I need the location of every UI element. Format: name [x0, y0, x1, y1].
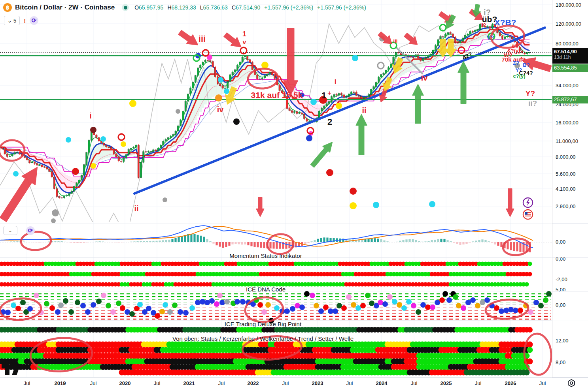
price-axis-label: 5,00 — [556, 287, 565, 293]
refresh-icon[interactable]: ⟳ — [30, 16, 38, 25]
symbol-title[interactable]: Bitcoin / Dollar · 2W · Coinbase — [15, 4, 115, 11]
close-value: 67.514,90 — [236, 4, 260, 11]
change-value-2: +1.557,96 (+2,36%) — [317, 4, 366, 11]
macd-panel-header: ⌄ ⟳ — [3, 226, 35, 235]
chart-annotation: v — [243, 39, 246, 45]
macd-refresh-icon[interactable]: ⟳ — [26, 226, 35, 235]
time-axis-label[interactable]: Jul — [24, 380, 30, 386]
bar-countdown: 13d 11h — [554, 54, 588, 60]
last-price-box: 67.514,90 13d 11h — [552, 48, 588, 64]
chevron-down-icon: ⌄ — [8, 228, 12, 233]
chart-annotation: 42? — [461, 51, 473, 61]
tradingview-logo[interactable] — [1, 362, 23, 378]
panel-divider — [552, 223, 588, 224]
interval-value: 5 — [13, 18, 16, 24]
time-axis-label[interactable]: Jul — [411, 380, 418, 386]
chart-annotation: c?(y) — [513, 73, 525, 79]
time-axis-label[interactable]: 2020 — [119, 380, 131, 386]
price-axis-label: -2,00 — [556, 276, 567, 282]
price-axis[interactable]: 67.514,90 13d 11h 63.554,85 25.872,67 18… — [552, 0, 588, 389]
time-axis-label[interactable]: 2024 — [376, 380, 388, 386]
lightning-bolt-icon[interactable] — [522, 197, 533, 208]
time-axis-label[interactable]: 2022 — [248, 380, 259, 386]
macd-collapse-button[interactable]: ⌄ — [3, 226, 17, 235]
chart-annotation: i — [335, 78, 337, 85]
settings-gear-icon[interactable] — [565, 378, 577, 389]
legend-panel-title: Von oben: Status / Kerzenfarbe / Wolkenf… — [172, 335, 354, 342]
chart-annotation: B? — [523, 62, 529, 68]
time-axis-label[interactable]: 2026 — [505, 380, 516, 386]
chart-annotation: 1 — [321, 90, 326, 100]
interval-dropdown[interactable]: ⌄ 5 — [4, 16, 20, 25]
price-axis-label: 180.000,00 — [556, 2, 581, 8]
time-axis-label[interactable]: 2019 — [55, 380, 66, 386]
us-flag-icon[interactable] — [522, 209, 533, 220]
time-axis-label[interactable]: Jul — [346, 380, 353, 386]
chart-annotation: V? — [486, 34, 494, 41]
change-value: +1.557,96 (+2,36%) — [264, 4, 313, 11]
time-axis-label[interactable]: 2021 — [183, 380, 195, 386]
chart-annotation: iii — [393, 38, 398, 44]
price-axis-label: 8,00 — [556, 359, 565, 365]
chart-annotation: ii — [134, 204, 138, 213]
price-axis-label: 4.100,00 — [556, 186, 576, 192]
time-axis-label[interactable]: 2023 — [312, 380, 323, 386]
chart-annotation: iv — [421, 73, 428, 82]
chart-application: iiiiii1viv31k auf 15,5ki1+2iiiviiii?üb?X… — [0, 0, 588, 389]
chart-annotation: 1 — [242, 30, 246, 38]
chart-canvas: iiiiii1viv31k auf 15,5ki1+2iiiviiii?üb?X… — [0, 0, 588, 389]
support-line-price-box: 25.872,67 — [552, 96, 588, 103]
chart-annotation: ii — [362, 106, 366, 115]
price-axis-label: 0,00 — [556, 302, 565, 308]
price-axis-label: 0,00 — [556, 239, 565, 245]
low-line-price-box: 63.554,85 — [552, 64, 588, 72]
low-prefix: L — [200, 4, 203, 11]
bitcoin-logo-icon: ฿ — [3, 3, 12, 12]
price-axis-label: 120.000,00 — [556, 21, 581, 27]
last-price-value: 67.514,90 — [554, 49, 588, 54]
time-axis-label[interactable]: Jul — [154, 380, 161, 386]
time-axis-label[interactable]: Jul — [475, 380, 482, 386]
open-value: 65.957,95 — [139, 4, 163, 11]
chart-annotation: iii — [199, 34, 206, 44]
chart-annotation: ii? — [528, 99, 537, 107]
high-prefix: H — [167, 4, 171, 11]
time-axis-label[interactable]: Jul — [282, 380, 289, 386]
time-axis-label[interactable]: Jul — [218, 380, 225, 386]
symbol-header: ฿ Bitcoin / Dollar · 2W · Coinbase O65.9… — [3, 3, 366, 12]
close-prefix: C — [232, 4, 236, 11]
time-axis-label[interactable]: 2025 — [441, 380, 452, 386]
panel-divider — [552, 321, 588, 321]
time-axis-label[interactable]: Jul — [90, 380, 97, 386]
chart-annotation: i — [89, 111, 92, 120]
panel-divider — [552, 257, 588, 258]
chart-annotation: iv — [217, 105, 224, 114]
price-axis-label: 5.600,00 — [556, 171, 576, 177]
open-prefix: O — [134, 4, 139, 11]
bigpoint-panel-title: ICE Trading Deluxe Big Point — [225, 321, 301, 327]
price-axis-label: 8.000,00 — [556, 154, 576, 160]
time-axis-label[interactable]: Jul — [539, 380, 546, 386]
price-axis-label: 16.000,00 — [556, 120, 579, 126]
chart-annotation: X?B? — [495, 18, 516, 27]
chart-annotation: ii? — [480, 23, 486, 28]
panel-divider — [552, 291, 588, 291]
ohlc-values: O65.957,95 H68.129,33 L65.736,63 C67.514… — [134, 4, 366, 11]
price-axis-label: 34.000,00 — [556, 83, 579, 88]
chart-annotation: + — [327, 90, 331, 96]
price-axis-label: 80.000,00 — [556, 41, 579, 47]
momentum-panel-title: Momentum Status Indikator — [229, 252, 302, 259]
chevron-down-icon: ⌄ — [8, 18, 12, 24]
time-axis[interactable]: Jul2019Jul2020Jul2021Jul2022Jul2023Jul20… — [0, 378, 588, 389]
high-value: 68.129,33 — [172, 4, 196, 11]
chart-annotation: 2 — [327, 117, 332, 127]
low-line-value: 63.554,85 — [554, 65, 588, 71]
chart-annotation: 31k auf 15,5k — [251, 90, 303, 100]
price-axis-label: 0,00 — [556, 256, 565, 262]
support-line-value: 25.872,67 — [554, 96, 588, 102]
chart-annotation: Y? — [526, 89, 535, 98]
warning-icon[interactable]: ! — [24, 17, 26, 24]
indicator-header-row: ⌄ 5 ! ⟳ — [4, 16, 38, 25]
price-axis-label: 11.000,00 — [556, 138, 578, 144]
price-axis-label: 2.900,00 — [556, 203, 576, 209]
